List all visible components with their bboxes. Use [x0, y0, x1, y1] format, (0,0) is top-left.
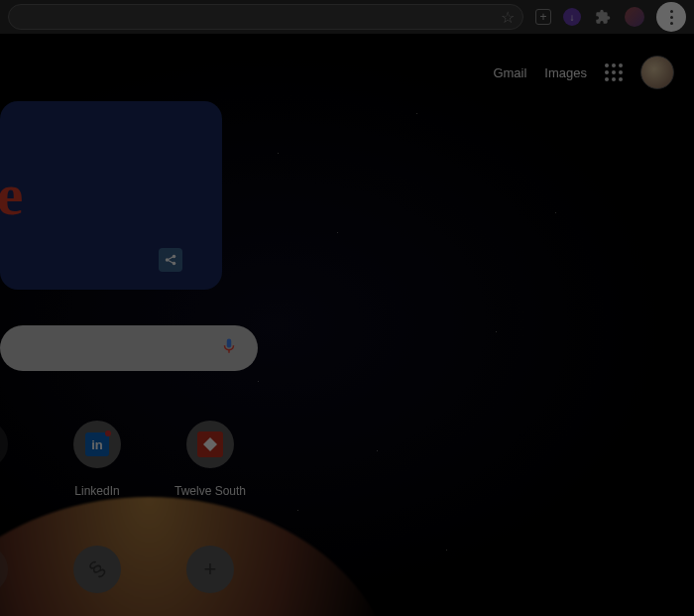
add-tab-icon[interactable]: + [535, 9, 551, 25]
chrome-menu-button[interactable] [656, 2, 686, 32]
shortcut-linkedin[interactable]: in LinkedIn [73, 421, 121, 498]
linkedin-icon: in [85, 432, 109, 456]
gmail-link[interactable]: Gmail [493, 65, 526, 80]
link-icon: § [83, 555, 110, 582]
plus-icon: + [204, 556, 217, 582]
add-shortcut-button[interactable]: + [186, 546, 234, 593]
account-avatar[interactable] [640, 56, 674, 89]
share-icon[interactable] [159, 248, 182, 272]
download-icon[interactable]: ↓ [563, 8, 581, 26]
header-links: Gmail Images [493, 56, 674, 89]
shortcuts-row-1: in LinkedIn Twelve South [0, 421, 234, 498]
images-link[interactable]: Images [544, 65, 587, 80]
twelve-south-icon [197, 431, 223, 457]
shortcut-twelve-south[interactable]: Twelve South [186, 421, 234, 498]
new-tab-page: Gmail Images g l e in LinkedIn [0, 34, 694, 616]
shortcut-hidden[interactable] [0, 546, 8, 593]
bookmark-star-icon[interactable]: ☆ [501, 8, 515, 27]
shortcut-label: LinkedIn [74, 484, 119, 498]
shortcuts-row-2: § + [0, 546, 234, 593]
browser-toolbar: ☆ + ↓ [0, 0, 694, 34]
voice-search-icon[interactable] [220, 335, 238, 361]
shortcut-hidden[interactable] [0, 421, 8, 498]
google-doodle[interactable]: g l e [0, 101, 222, 290]
shortcut-link[interactable]: § [73, 546, 121, 593]
profile-chip-icon[interactable] [625, 7, 644, 27]
google-apps-icon[interactable] [605, 63, 623, 81]
shortcut-label: Twelve South [174, 484, 246, 498]
address-bar[interactable]: ☆ [8, 4, 523, 30]
doodle-logo: g l e [0, 161, 23, 229]
toolbar-icons: + ↓ [535, 2, 686, 32]
search-bar[interactable] [0, 325, 258, 371]
extensions-icon[interactable] [593, 7, 613, 27]
